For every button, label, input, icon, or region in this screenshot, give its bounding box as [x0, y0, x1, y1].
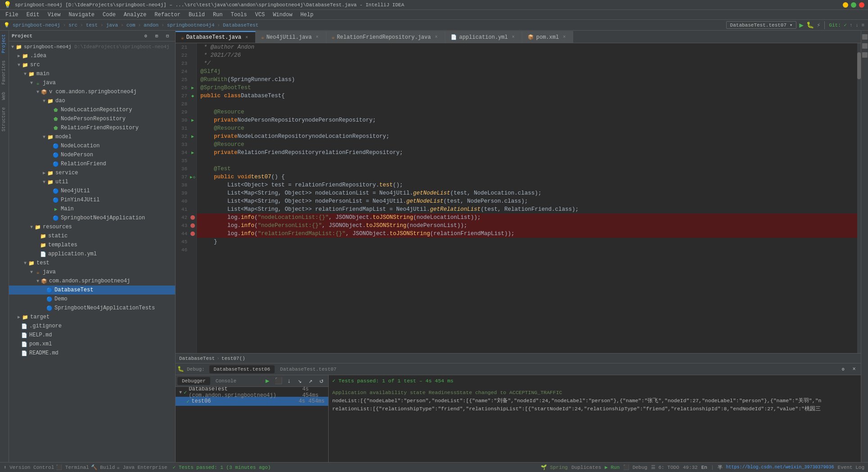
maximize-button[interactable] [851, 2, 856, 8]
breadcrumb-databasetest[interactable]: DatabaseTest [179, 356, 215, 361]
bottom-close-btn[interactable]: × [849, 364, 859, 374]
status-todo[interactable]: ☰ 6: TODO [651, 464, 679, 470]
tree-pinyin4jutil[interactable]: 🔵 PinYin4JUtil [9, 195, 175, 204]
debug-tab-1[interactable]: DatabaseTest.test06 [209, 365, 275, 373]
debug-stop-btn[interactable]: ⬛ [273, 376, 283, 386]
tab-databasetest-close[interactable]: × [244, 34, 250, 41]
tree-static[interactable]: 📁 static [9, 231, 175, 241]
vtab-structure[interactable]: Structure [0, 104, 9, 135]
tab-neo4jutil[interactable]: ☕ Neo4jUtil.java × [256, 31, 326, 43]
sidebar-settings-btn[interactable]: ⚙ [141, 31, 151, 41]
tree-templates[interactable]: 📁 templates [9, 241, 175, 250]
tree-service[interactable]: ▶ 📁 service [9, 168, 175, 177]
breakpoint-42[interactable] [190, 215, 195, 220]
path-project[interactable]: springboot-neo4j [13, 23, 60, 28]
vtab-favorites[interactable]: Favorites [0, 57, 9, 88]
menu-refactor[interactable]: Refactor [151, 11, 184, 19]
code-content[interactable]: * @author Andon * 2021/7/26 */ @Slf4j @R… [197, 43, 857, 353]
scrollbar-thumb[interactable] [857, 52, 861, 79]
run-config-dropdown[interactable]: DatabaseTest.test07 ▾ [726, 21, 797, 29]
path-test[interactable]: test [86, 23, 98, 28]
tree-readme[interactable]: 📄 README.md [9, 349, 175, 358]
status-url[interactable]: https://blog.csdn.net/weixin_39730379036 [726, 465, 834, 470]
menu-analyze[interactable]: Analyze [120, 11, 150, 19]
status-debug[interactable]: ⬛ Debug [623, 464, 647, 470]
tree-target[interactable]: ▶ 📁 target [9, 313, 175, 322]
debugger-tab[interactable]: Debugger [177, 377, 210, 385]
status-run[interactable]: ▶ Run [605, 464, 619, 470]
tree-model[interactable]: ▼ 📁 model [9, 132, 175, 141]
tab-relationrepo[interactable]: ☕ RelationFriendRepository.java × [326, 31, 445, 43]
right-panel-icon-1[interactable] [862, 34, 868, 40]
debug-resume-btn[interactable]: ▶ [262, 376, 272, 386]
tree-test-package[interactable]: ▼ 📦 com.andon.springbootneo4j [9, 277, 175, 286]
tab-pomxml[interactable]: 📦 pom.xml × [522, 31, 573, 43]
tree-resources[interactable]: ▼ 📁 resources [9, 222, 175, 231]
status-event-log[interactable]: Event Log [838, 465, 864, 470]
tree-nodelocationrepo[interactable]: ⬟ NodeLocationRepository [9, 105, 175, 114]
tree-main-class[interactable]: ▶ Main [9, 204, 175, 213]
breadcrumb-method[interactable]: test07() [222, 356, 245, 361]
menu-code[interactable]: Code [99, 11, 119, 19]
tree-project-root[interactable]: ▼ 📁 springboot-neo4j D:\IdeaProjects\spr… [9, 42, 175, 51]
tree-test-folder[interactable]: ▼ 📁 test [9, 259, 175, 268]
tree-nodepersonrepo[interactable]: ⬟ NodePersonRepository [9, 114, 175, 123]
tab-pomxml-close[interactable]: × [561, 34, 567, 41]
tree-gitignore[interactable]: 📄 .gitignore [9, 322, 175, 331]
path-src[interactable]: src [68, 23, 77, 28]
breakpoint-44[interactable] [190, 231, 195, 236]
tab-applicationyml-close[interactable]: × [510, 34, 516, 41]
tree-springbootapptests[interactable]: 🔵 SpringbootNeo4jApplicationTests [9, 304, 175, 313]
tree-pom[interactable]: 📄 pom.xml [9, 340, 175, 349]
tree-src[interactable]: ▼ 📁 src [9, 60, 175, 69]
console-tab[interactable]: Console [211, 377, 241, 385]
tree-nodeperson[interactable]: 🔵 NodePerson [9, 150, 175, 159]
tab-relationrepo-close[interactable]: × [433, 34, 439, 41]
menu-edit[interactable]: Edit [23, 11, 43, 19]
tree-package-main[interactable]: ▼ 📦 v com.andon.springbootneo4j [9, 87, 175, 96]
tree-neo4jutil[interactable]: 🔵 Neo4jUtil [9, 186, 175, 195]
tab-neo4jutil-close[interactable]: × [314, 34, 321, 41]
tree-springbootapp[interactable]: 🔵 SpringbootNeo4jApplication [9, 213, 175, 222]
tree-main-java[interactable]: ▼ ☕ java [9, 78, 175, 87]
tree-util[interactable]: ▼ 📁 util [9, 177, 175, 186]
menu-vcs[interactable]: VCS [252, 11, 269, 19]
path-java[interactable]: java [106, 23, 118, 28]
debug-step-out-btn[interactable]: ↗ [306, 376, 316, 386]
tab-databasetest[interactable]: ☕ DatabaseTest.java × [176, 31, 256, 43]
right-panel-icon-2[interactable] [862, 43, 868, 49]
path-databasetest[interactable]: DatabaseTest [223, 23, 258, 28]
tree-help-md[interactable]: 📄 HELP.md [9, 331, 175, 340]
debug-restart-btn[interactable]: ↺ [316, 376, 326, 386]
path-springbootneo4j[interactable]: springbootneo4j4 [167, 23, 215, 28]
right-panel-icon-3[interactable] [862, 52, 868, 58]
debug-step-in-btn[interactable]: ↘ [295, 376, 305, 386]
status-spring[interactable]: 🌱 Spring [541, 464, 568, 470]
tree-nodelocation[interactable]: 🔵 NodeLocation [9, 141, 175, 150]
tree-main[interactable]: ▼ 📁 main [9, 69, 175, 78]
tree-relationfriend[interactable]: 🔵 RelationFriend [9, 159, 175, 168]
menu-build[interactable]: Build [185, 11, 208, 19]
sidebar-expand-btn[interactable]: ⊞ [152, 31, 162, 41]
tab-applicationyml[interactable]: 📄 application.yml × [445, 31, 522, 43]
status-terminal[interactable]: ⬛ Terminal [56, 464, 89, 470]
debug-step-btn[interactable]: ↓ [284, 376, 294, 386]
tree-dao[interactable]: ▼ 📁 dao [9, 96, 175, 105]
debug-button[interactable]: 🐛 [806, 21, 814, 29]
debug-tab-2[interactable]: DatabaseTest.test07 [276, 365, 341, 373]
status-encoding[interactable]: En [701, 465, 707, 470]
tree-test-java[interactable]: ▼ ☕ java [9, 268, 175, 277]
menu-run[interactable]: Run [209, 11, 226, 19]
vtab-project[interactable]: Project [0, 31, 9, 57]
vtab-web[interactable]: Web [0, 88, 9, 104]
debug-item-databasetest[interactable]: ▼ ✓ DatabaseTest (com.andon.springbootne… [176, 388, 328, 397]
close-button[interactable] [859, 2, 864, 8]
menu-file[interactable]: File [2, 11, 22, 19]
status-java-enterprise[interactable]: ☕ Java Enterprise [117, 464, 167, 470]
coverage-button[interactable]: ⚡ [817, 21, 820, 29]
menu-window[interactable]: Window [269, 11, 296, 19]
minimize-button[interactable] [843, 2, 848, 8]
sidebar-collapse-btn[interactable]: ⊟ [163, 31, 172, 41]
tree-relationfriendrepo[interactable]: ⬟ RelationFriendRepository [9, 123, 175, 132]
tree-idea[interactable]: ▶ 📁 .idea [9, 51, 175, 60]
